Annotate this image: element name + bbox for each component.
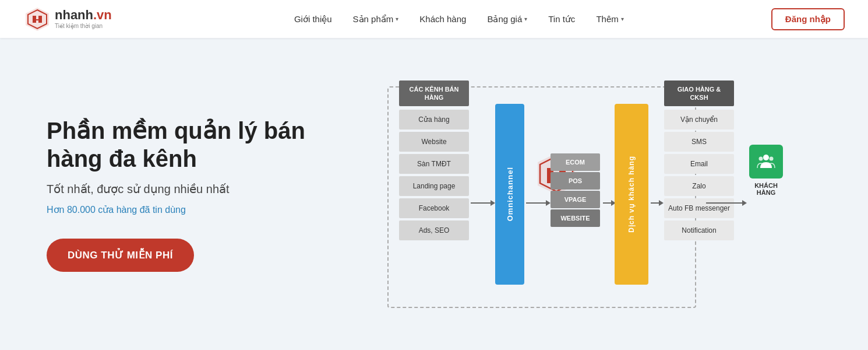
nav-item-intro[interactable]: Giới thiệu	[294, 14, 332, 24]
svg-point-6	[770, 156, 774, 160]
nav-label-more: Thêm	[596, 14, 618, 24]
logo-name: nhanh.vn	[55, 9, 112, 22]
svg-point-4	[763, 155, 769, 160]
nav-item-customers[interactable]: Khách hàng	[419, 14, 466, 24]
platform-vpage: VPAGE	[551, 191, 600, 208]
customer-label: KHÁCH HÀNG	[749, 182, 784, 196]
logo-domain: .vn	[93, 8, 112, 22]
sales-channels-header: CÁC KÊNH BÁN HÀNG	[399, 80, 469, 107]
channel-item: Facebook	[399, 198, 469, 218]
arrow-5	[706, 200, 747, 206]
logo-text: nhanh.vn Tiết kiệm thời gian	[55, 9, 112, 29]
platform-stack: ECOM POS VPAGE WEBSITE	[551, 153, 600, 228]
sales-channels-col: CÁC KÊNH BÁN HÀNG Cửa hàng Website Sàn T…	[399, 80, 469, 243]
logo-icon	[23, 5, 51, 33]
nav-links: Giới thiệu Sản phẩm ▾ Khách hàng Bảng gi…	[147, 14, 771, 24]
channel-item: Ads, SEO	[399, 220, 469, 240]
platform-website: WEBSITE	[551, 209, 600, 227]
customer-area: KHÁCH HÀNG	[749, 145, 784, 196]
nav-item-products[interactable]: Sản phẩm ▾	[353, 14, 399, 24]
nav-item-news[interactable]: Tin tức	[548, 14, 575, 24]
hero-subtitle: Tốt nhất, được sử dụng nhiều nhất	[47, 182, 326, 196]
cta-button[interactable]: DÙNG THỬ MIỄN PHÍ	[47, 239, 194, 272]
omnichannel-pillar: Omnichannel	[495, 104, 524, 285]
delivery-item: Notification	[664, 220, 734, 240]
svg-point-5	[759, 156, 763, 160]
arrow-1	[471, 200, 495, 206]
nav-label-news: Tin tức	[548, 14, 575, 24]
nav-label-products: Sản phẩm	[353, 14, 394, 24]
delivery-col: GIAO HÀNG & CKSH Vận chuyển SMS Email Za…	[664, 80, 734, 243]
logo-tagline: Tiết kiệm thời gian	[55, 23, 112, 29]
chevron-down-icon: ▾	[396, 16, 398, 22]
diagram-container: CÁC KÊNH BÁN HÀNG Cửa hàng Website Sàn T…	[387, 69, 784, 320]
service-pillar: Dịch vụ khách hàng	[615, 104, 648, 285]
delivery-header: GIAO HÀNG & CKSH	[664, 80, 734, 107]
customer-icon	[756, 152, 776, 172]
delivery-item: SMS	[664, 132, 734, 152]
navbar: nhanh.vn Tiết kiệm thời gian Giới thiệu …	[0, 0, 868, 38]
arrow-2	[526, 200, 551, 206]
channel-item: Landing page	[399, 176, 469, 196]
platform-ecom: ECOM	[551, 153, 600, 171]
nav-item-more[interactable]: Thêm ▾	[596, 14, 623, 24]
nav-item-pricing[interactable]: Bảng giá ▾	[487, 14, 527, 24]
nav-label-customers: Khách hàng	[419, 14, 466, 24]
logo-brand: nhanh	[55, 8, 93, 22]
arrow-4	[651, 200, 664, 206]
omnichannel-label: Omnichannel	[506, 167, 514, 221]
chevron-down-icon-3: ▾	[621, 16, 624, 22]
hero-title: Phần mềm quản lý bán hàng đa kênh	[47, 117, 326, 173]
hero-diagram: CÁC KÊNH BÁN HÀNG Cửa hàng Website Sàn T…	[326, 38, 821, 350]
service-label: Dịch vụ khách hàng	[627, 156, 636, 233]
hero-count: Hơn 80.000 cửa hàng đã tin dùng	[47, 204, 326, 215]
chevron-down-icon-2: ▾	[524, 16, 527, 22]
channel-item: Cửa hàng	[399, 110, 469, 130]
arrow-3	[603, 200, 616, 206]
channel-item: Sàn TMĐT	[399, 154, 469, 174]
delivery-item: Zalo	[664, 176, 734, 196]
logo[interactable]: nhanh.vn Tiết kiệm thời gian	[23, 5, 112, 33]
platform-pos: POS	[551, 172, 600, 190]
delivery-item: Email	[664, 154, 734, 174]
hero-section: Phần mềm quản lý bán hàng đa kênh Tốt nh…	[0, 38, 868, 350]
hero-left: Phần mềm quản lý bán hàng đa kênh Tốt nh…	[47, 117, 326, 272]
delivery-item: Vận chuyển	[664, 110, 734, 130]
customer-icon-box	[749, 145, 783, 178]
nav-label-intro: Giới thiệu	[294, 14, 332, 24]
channel-item: Website	[399, 132, 469, 152]
nav-label-pricing: Bảng giá	[487, 14, 522, 24]
login-button[interactable]: Đăng nhập	[771, 8, 845, 30]
